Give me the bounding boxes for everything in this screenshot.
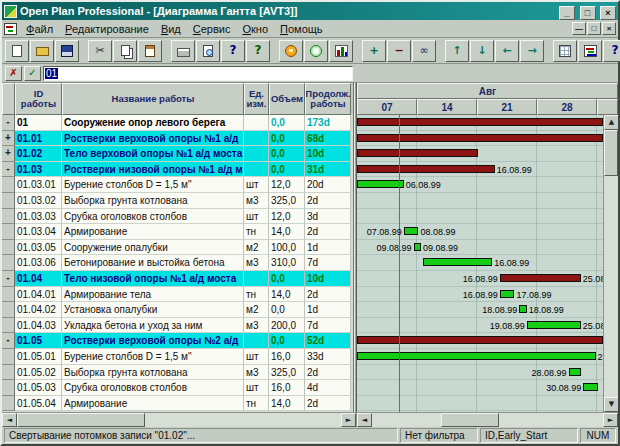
task-unit-cell[interactable]: [244, 162, 269, 178]
task-qty-cell[interactable]: 0,0: [269, 146, 305, 162]
task-qty-cell[interactable]: 100,0: [269, 240, 305, 256]
task-unit-cell[interactable]: тн: [244, 224, 269, 240]
task-bar[interactable]: [569, 368, 581, 376]
table-scroll-thumb[interactable]: [17, 413, 145, 427]
task-duration-cell[interactable]: 7d: [305, 318, 351, 334]
minus-button[interactable]: [387, 40, 411, 62]
link-button[interactable]: [412, 40, 436, 62]
gantt-scroll-thumb[interactable]: [441, 413, 499, 427]
task-name-cell[interactable]: Установка опалубки: [62, 302, 244, 318]
task-id-cell[interactable]: 01: [15, 115, 62, 131]
collapse-toggle[interactable]: -: [2, 162, 15, 178]
task-unit-cell[interactable]: тн: [244, 396, 269, 412]
task-name-cell[interactable]: Срубка оголовков столбов: [62, 380, 244, 396]
table-scroll-track[interactable]: [17, 413, 341, 427]
gantt-scroll-track[interactable]: [372, 413, 603, 427]
task-name-cell[interactable]: Бурение столбов D = 1,5 м": [62, 177, 244, 193]
task-unit-cell[interactable]: тн: [244, 287, 269, 303]
task-name-cell[interactable]: Укладка бетона и уход за ним: [62, 318, 244, 334]
print-button[interactable]: [171, 40, 195, 62]
task-name-cell[interactable]: Ростверки низовой опоры №1 а/д м: [62, 162, 244, 178]
help-button[interactable]: [603, 40, 620, 62]
arrow-down-button[interactable]: [470, 40, 494, 62]
summary-bar[interactable]: [357, 336, 603, 344]
task-qty-cell[interactable]: 310,0: [269, 255, 305, 271]
task-name-cell[interactable]: Выборка грунта котлована: [62, 365, 244, 381]
task-duration-cell[interactable]: 3d: [305, 209, 351, 225]
task-duration-cell[interactable]: 33d: [305, 349, 351, 365]
task-id-cell[interactable]: 01.04: [15, 271, 62, 287]
task-name-cell[interactable]: Бетонирование и выстойка бетона: [62, 255, 244, 271]
menu-file[interactable]: Файл: [20, 22, 59, 36]
task-qty-cell[interactable]: 12,0: [269, 177, 305, 193]
task-qty-cell[interactable]: 325,0: [269, 365, 305, 381]
mdi-minimize-button[interactable]: —: [572, 22, 586, 35]
maximize-button[interactable]: □: [580, 6, 596, 20]
task-bar[interactable]: [423, 258, 492, 266]
task-name-cell[interactable]: Армирование: [62, 224, 244, 240]
task-qty-cell[interactable]: 0,0: [269, 115, 305, 131]
task-unit-cell[interactable]: м3: [244, 365, 269, 381]
arrow-up-button[interactable]: [445, 40, 469, 62]
task-id-cell[interactable]: 01.03.03: [15, 209, 62, 225]
help-book-button[interactable]: [221, 40, 245, 62]
open-button[interactable]: [30, 40, 54, 62]
gantt-horizontal-scrollbar[interactable]: ◄ ►: [357, 413, 618, 427]
task-unit-cell[interactable]: [244, 131, 269, 147]
task-unit-cell[interactable]: м3: [244, 318, 269, 334]
task-unit-cell[interactable]: [244, 333, 269, 349]
grid-button[interactable]: [553, 40, 577, 62]
arrow-right-button[interactable]: [520, 40, 544, 62]
task-name-cell[interactable]: Тело низовой опоры №1 а/д моста: [62, 271, 244, 287]
gantt-scroll-left-button[interactable]: ◄: [357, 413, 372, 427]
task-id-cell[interactable]: 01.02: [15, 146, 62, 162]
help-pointer-button[interactable]: [246, 40, 270, 62]
expand-toggle[interactable]: +: [2, 146, 15, 162]
task-id-cell[interactable]: 01.03.06: [15, 255, 62, 271]
task-name-cell[interactable]: Выборка грунта котлована: [62, 193, 244, 209]
task-name-cell[interactable]: Ростверки верховой опоры №1 а/д: [62, 131, 244, 147]
task-qty-cell[interactable]: 16,0: [269, 380, 305, 396]
task-duration-cell[interactable]: 2d: [305, 193, 351, 209]
task-unit-cell[interactable]: м2: [244, 240, 269, 256]
table-scroll-left-button[interactable]: ◄: [2, 413, 17, 427]
cancel-edit-button[interactable]: ✗: [5, 66, 22, 81]
task-id-cell[interactable]: 01.03.01: [15, 177, 62, 193]
task-qty-cell[interactable]: 12,0: [269, 209, 305, 225]
plus-button[interactable]: [362, 40, 386, 62]
new-button[interactable]: [5, 40, 29, 62]
task-id-cell[interactable]: 01.05.04: [15, 396, 62, 412]
task-duration-cell[interactable]: 1d: [305, 240, 351, 256]
task-duration-cell[interactable]: 52d: [305, 333, 351, 349]
task-unit-cell[interactable]: шт: [244, 209, 269, 225]
task-name-cell[interactable]: Армирование: [62, 396, 244, 412]
chart-button[interactable]: [329, 40, 353, 62]
gantt-button[interactable]: [578, 40, 602, 62]
task-bar[interactable]: [500, 290, 515, 298]
scroll-up-button[interactable]: ▲: [604, 115, 618, 130]
task-name-cell[interactable]: Ростверки верховой опоры №2 а/д: [62, 333, 244, 349]
task-unit-cell[interactable]: м2: [244, 302, 269, 318]
summary-bar[interactable]: [500, 274, 581, 282]
task-qty-cell[interactable]: 0,0: [269, 302, 305, 318]
clock-orange-button[interactable]: [279, 40, 303, 62]
task-name-cell[interactable]: Армирование тела: [62, 287, 244, 303]
task-duration-cell[interactable]: 2d: [305, 224, 351, 240]
table-horizontal-scrollbar[interactable]: ◄ ►: [2, 413, 357, 427]
qty-column-header[interactable]: Объем: [269, 83, 305, 115]
task-qty-cell[interactable]: 200,0: [269, 318, 305, 334]
task-duration-cell[interactable]: 2d: [305, 287, 351, 303]
mdi-close-button[interactable]: ×: [602, 22, 616, 35]
task-qty-cell[interactable]: 0,0: [269, 162, 305, 178]
task-bar[interactable]: [414, 243, 421, 251]
task-name-cell[interactable]: Сооружение опор левого берега: [62, 115, 244, 131]
duration-column-header[interactable]: Продолж. работы: [305, 83, 351, 115]
id-column-header[interactable]: ID работы: [15, 83, 62, 115]
app-icon[interactable]: [4, 5, 17, 18]
vertical-scrollbar[interactable]: ▲ ▼: [603, 115, 618, 412]
table-scroll-right-button[interactable]: ►: [341, 413, 356, 427]
minimize-button[interactable]: _: [559, 6, 575, 20]
task-duration-cell[interactable]: 1d: [305, 302, 351, 318]
task-qty-cell[interactable]: 0,0: [269, 271, 305, 287]
clock-green-button[interactable]: [304, 40, 328, 62]
